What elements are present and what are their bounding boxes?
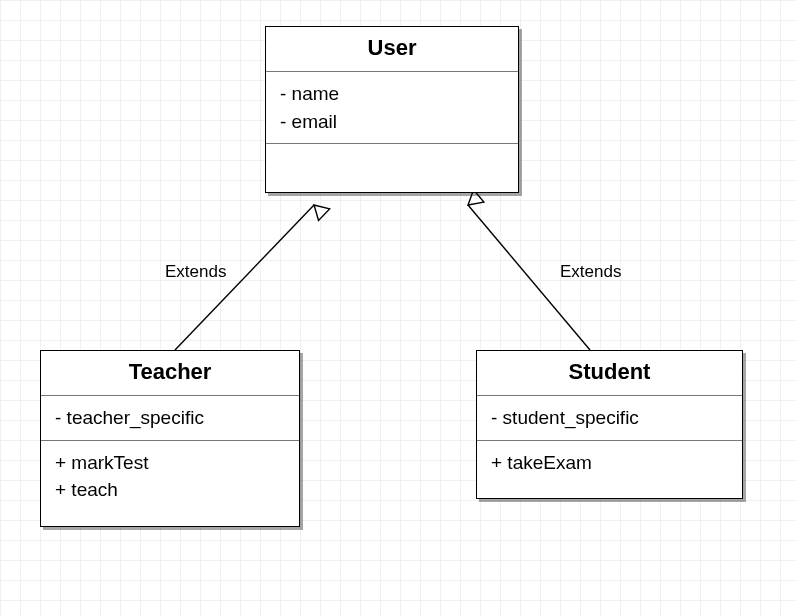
op-row: + takeExam — [491, 449, 728, 477]
class-title-user: User — [266, 27, 518, 72]
relationship-label-student-user: Extends — [560, 262, 621, 282]
attr-row: - student_specific — [491, 404, 728, 432]
attr-row: - teacher_specific — [55, 404, 285, 432]
op-row: + teach — [55, 476, 285, 504]
class-title-student: Student — [477, 351, 742, 396]
class-ops-student: + takeExam — [477, 441, 742, 499]
class-attrs-teacher: - teacher_specific — [41, 396, 299, 441]
class-attrs-user: - name - email — [266, 72, 518, 144]
class-box-teacher: Teacher - teacher_specific + markTest + … — [40, 350, 300, 527]
class-ops-teacher: + markTest + teach — [41, 441, 299, 526]
op-row: + markTest — [55, 449, 285, 477]
relationship-label-teacher-user: Extends — [165, 262, 226, 282]
class-box-student: Student - student_specific + takeExam — [476, 350, 743, 499]
attr-row: - email — [280, 108, 504, 136]
class-title-teacher: Teacher — [41, 351, 299, 396]
attr-row: - name — [280, 80, 504, 108]
class-attrs-student: - student_specific — [477, 396, 742, 441]
class-box-user: User - name - email — [265, 26, 519, 193]
class-ops-user — [266, 144, 518, 192]
